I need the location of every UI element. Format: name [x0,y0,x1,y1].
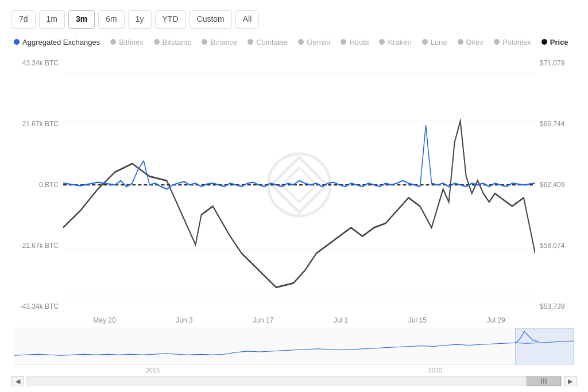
legend-item-coinbase[interactable]: Coinbase [247,38,288,46]
legend-item-luno[interactable]: Luno [422,38,447,46]
y-left-label-2: 0 BTC [39,181,59,189]
legend-label-okex: Okex [466,38,483,46]
y-right-label-4: $53,739 [540,302,564,311]
time-btn-3m[interactable]: 3m [68,10,95,29]
time-btn-6m[interactable]: 6m [98,10,124,29]
svg-point-0 [268,154,330,216]
y-right-label-1: $66,744 [540,120,564,128]
legend-dot-bitstamp [154,39,160,45]
legend-label-aggregated: Aggregated Exchanges [22,38,100,46]
scroll-left-arrow[interactable]: ◀ [11,376,24,386]
legend-dot-price [541,39,547,45]
overview-x-label-0: 2015 [146,367,160,374]
scrollbar-row: ◀ ▶ [11,376,577,386]
legend-label-poloniex: Poloniex [502,38,531,46]
time-btn-1y[interactable]: 1y [128,10,152,29]
legend-label-huobi: Huobi [349,38,369,46]
legend-label-luno: Luno [431,38,447,46]
overview-x-labels: 20152020 [11,365,577,374]
x-label-1: Jun 3 [176,316,192,324]
x-label-5: Jul 29 [487,316,505,324]
legend-label-bitfinex: Bitfinex [119,38,144,46]
time-btn-7d[interactable]: 7d [11,10,36,29]
y-right-label-0: $71,079 [540,59,564,67]
legend-label-gemini: Gemini [307,38,330,46]
x-label-4: Jul 15 [408,316,427,324]
time-range-bar: 7d1m3m6m1yYTDCustomAll [11,10,577,29]
legend-dot-gemini [298,39,304,45]
overview-x-label-1: 2020 [428,367,442,374]
chart-canvas [63,57,535,313]
legend-dot-aggregated [14,39,20,45]
scroll-grip-1 [541,378,542,384]
time-btn-custom[interactable]: Custom [189,10,232,29]
legend-dot-huobi [341,39,346,45]
legend-dot-kraken [379,39,385,45]
scroll-track[interactable] [26,376,562,386]
legend-dot-coinbase [247,39,253,45]
y-left-label-4: -43.34k BTC [20,302,59,311]
legend-item-bitfinex[interactable]: Bitfinex [110,38,144,46]
y-right-label-2: $62,409 [540,181,564,189]
main-chart-wrapper: 43.34k BTC21.67k BTC0 BTC-21.67k BTC-43.… [11,57,577,313]
x-axis: May 20Jun 3Jun 17Jul 1Jul 15Jul 29 [11,313,577,327]
y-right-label-3: $58,074 [540,242,564,250]
scroll-grip-3 [546,378,547,384]
legend-dot-luno [422,39,428,45]
chart-section: 43.34k BTC21.67k BTC0 BTC-21.67k BTC-43.… [11,57,577,386]
legend-label-coinbase: Coinbase [256,38,288,46]
legend-dot-bitfinex [110,39,116,45]
legend-item-price[interactable]: Price [541,38,568,46]
legend-dot-okex [458,39,463,45]
scroll-grip-2 [543,378,544,384]
overview-chart[interactable] [14,328,574,365]
y-left-label-0: 43.34k BTC [22,59,59,67]
time-btn-1m[interactable]: 1m [39,10,65,29]
x-label-3: Jul 1 [334,316,348,324]
time-btn-all[interactable]: All [235,10,260,29]
time-btn-ytd[interactable]: YTD [155,10,186,29]
legend-dot-poloniex [494,39,500,45]
y-left-label-3: -21.67k BTC [20,242,59,250]
scroll-right-arrow[interactable]: ▶ [564,376,577,386]
legend-label-binance: Binance [210,38,237,46]
y-axis-left: 43.34k BTC21.67k BTC0 BTC-21.67k BTC-43.… [11,57,63,313]
legend-label-price: Price [550,38,568,46]
legend-item-okex[interactable]: Okex [458,38,483,46]
legend-item-poloniex[interactable]: Poloniex [494,38,531,46]
y-axis-right: $71,079$66,744$62,409$58,074$53,739 [535,57,577,313]
x-label-0: May 20 [93,316,115,324]
scroll-thumb[interactable] [527,377,561,386]
svg-rect-7 [516,328,574,364]
legend-label-kraken: Kraken [388,38,411,46]
legend-item-aggregated[interactable]: Aggregated Exchanges [14,38,100,46]
page-container: 7d1m3m6m1yYTDCustomAll Aggregated Exchan… [0,0,588,392]
legend-item-binance[interactable]: Binance [202,38,237,46]
legend-label-bitstamp: Bitstamp [163,38,192,46]
legend-item-gemini[interactable]: Gemini [298,38,330,46]
chart-legend: Aggregated ExchangesBitfinexBitstampBina… [11,38,577,46]
x-label-2: Jun 17 [253,316,273,324]
legend-item-huobi[interactable]: Huobi [341,38,369,46]
watermark [265,150,334,219]
legend-dot-binance [202,39,207,45]
legend-item-kraken[interactable]: Kraken [379,38,411,46]
y-left-label-1: 21.67k BTC [22,120,59,128]
overview-wrapper: 20152020 [11,328,577,374]
legend-item-bitstamp[interactable]: Bitstamp [154,38,192,46]
